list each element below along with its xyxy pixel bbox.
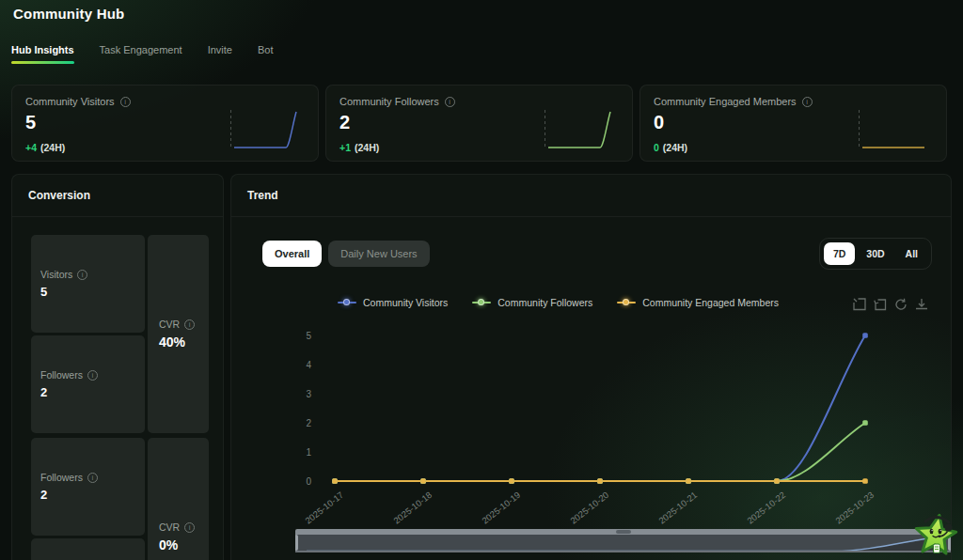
- datazoom-data-shadow: [295, 535, 951, 552]
- svg-text:0: 0: [306, 476, 311, 487]
- info-icon[interactable]: i: [184, 522, 195, 533]
- trend-title: Trend: [247, 189, 278, 202]
- trend-chart-canvas[interactable]: 0123452025-10-172025-10-182025-10-192025…: [283, 317, 952, 525]
- box-zoom-icon[interactable]: [853, 298, 866, 311]
- range-30d-button[interactable]: 30D: [857, 242, 893, 265]
- tab-bar: Hub InsightsTask EngagementInviteBot: [11, 44, 273, 64]
- daily-new-users-button[interactable]: Daily New Users: [328, 241, 429, 267]
- overall-button[interactable]: Overall: [262, 241, 322, 267]
- svg-text:2025-10-20: 2025-10-20: [568, 490, 610, 525]
- svg-text:2: 2: [306, 418, 311, 428]
- stat-cards-row: Community Visitorsi5+4(24H)Community Fol…: [11, 85, 947, 162]
- stat-card-community-followers: Community Followersi2+1(24H): [325, 85, 633, 162]
- trend-header: Trend: [231, 175, 951, 217]
- trend-range-switch: 7D30DAll: [819, 238, 932, 270]
- stat-card-title: Community Followersi: [339, 96, 455, 107]
- stat-card-title: Community Visitorsi: [25, 96, 131, 107]
- mascot-icon: [913, 507, 958, 559]
- conversion-title: Conversion: [28, 189, 90, 202]
- svg-text:4: 4: [306, 360, 311, 370]
- svg-text:2025-10-17: 2025-10-17: [303, 490, 345, 525]
- datazoom-grip-icon[interactable]: [616, 530, 631, 534]
- sparkline-chart: [858, 108, 929, 151]
- stat-card-delta: +1(24H): [339, 142, 379, 153]
- funnel-stage-empty: [31, 538, 145, 560]
- trend-panel: Trend OverallDaily New Users 7D30DAll Co…: [230, 174, 952, 560]
- info-icon[interactable]: i: [87, 370, 98, 381]
- range-all-button[interactable]: All: [896, 242, 927, 265]
- funnel-stage-followers: Followersi2: [31, 335, 145, 433]
- tab-bot[interactable]: Bot: [258, 44, 274, 64]
- stat-card-value: 5: [25, 112, 36, 133]
- legend-item-community-followers[interactable]: Community Followers: [472, 297, 592, 308]
- trend-mode-switch: OverallDaily New Users: [262, 241, 430, 267]
- stat-card-community-visitors: Community Visitorsi5+4(24H): [11, 85, 319, 162]
- funnel-stage-followers: Followersi2: [31, 438, 145, 536]
- tab-hub-insights[interactable]: Hub Insights: [11, 44, 74, 64]
- svg-text:3: 3: [306, 389, 311, 399]
- funnel-group-2: Followersi2CVRi0%: [31, 438, 209, 560]
- conversion-panel: Conversion Visitorsi5CVRi40%Followersi2F…: [11, 174, 224, 560]
- svg-text:2025-10-21: 2025-10-21: [656, 490, 699, 525]
- stat-card-title: Community Engaged Membersi: [654, 96, 813, 107]
- svg-text:2025-10-22: 2025-10-22: [745, 490, 787, 525]
- svg-text:2025-10-18: 2025-10-18: [391, 490, 434, 525]
- stat-card-delta: +4(24H): [25, 142, 65, 153]
- page: Community Hub Hub InsightsTask Engagemen…: [0, 0, 963, 560]
- sparkline-chart: [229, 108, 301, 151]
- info-icon[interactable]: i: [802, 97, 813, 107]
- info-icon[interactable]: i: [184, 319, 195, 330]
- stat-card-delta: 0(24H): [654, 142, 687, 153]
- range-7d-button[interactable]: 7D: [824, 242, 855, 265]
- tab-task-engagement[interactable]: Task Engagement: [100, 44, 182, 64]
- stat-card-community-engaged-members: Community Engaged Membersi00(24H): [639, 85, 947, 162]
- tab-invite[interactable]: Invite: [208, 44, 232, 64]
- legend-line-marker-icon: [472, 302, 491, 303]
- funnel-cvr: CVRi40%: [148, 235, 209, 433]
- save-image-icon[interactable]: [915, 298, 928, 311]
- funnel-group-1: Visitorsi5CVRi40%Followersi2: [31, 235, 209, 433]
- conversion-header: Conversion: [12, 175, 223, 217]
- stat-card-value: 2: [339, 112, 350, 133]
- chart-legend: Community VisitorsCommunity FollowersCom…: [231, 297, 885, 308]
- funnel-stage-visitors: Visitorsi5: [31, 235, 145, 333]
- datazoom-track[interactable]: [295, 535, 951, 552]
- chart-toolbox: [853, 298, 928, 311]
- legend-item-community-visitors[interactable]: Community Visitors: [338, 297, 448, 308]
- info-icon[interactable]: i: [77, 270, 87, 280]
- info-icon[interactable]: i: [445, 97, 455, 107]
- zoom-reset-icon[interactable]: [874, 298, 887, 311]
- svg-text:2025-10-19: 2025-10-19: [480, 490, 522, 525]
- sparkline-chart: [544, 108, 615, 151]
- info-icon[interactable]: i: [87, 473, 98, 483]
- svg-text:5: 5: [306, 331, 311, 341]
- legend-line-marker-icon: [617, 302, 636, 303]
- legend-item-community-engaged-members[interactable]: Community Engaged Members: [617, 297, 779, 308]
- page-title: Community Hub: [13, 6, 124, 22]
- info-icon[interactable]: i: [120, 97, 131, 107]
- funnel-cvr: CVRi0%: [148, 438, 209, 560]
- datazoom-left-handle[interactable]: [295, 535, 298, 551]
- stat-card-value: 0: [654, 112, 664, 133]
- svg-text:2025-10-23: 2025-10-23: [833, 490, 876, 525]
- datazoom-slider[interactable]: [295, 529, 951, 554]
- restore-icon[interactable]: [894, 298, 908, 311]
- legend-line-marker-icon: [338, 302, 356, 303]
- conversion-funnels: Visitorsi5CVRi40%Followersi2Followersi2C…: [12, 235, 223, 560]
- support-mascot-widget[interactable]: [913, 507, 958, 559]
- svg-text:1: 1: [306, 447, 311, 458]
